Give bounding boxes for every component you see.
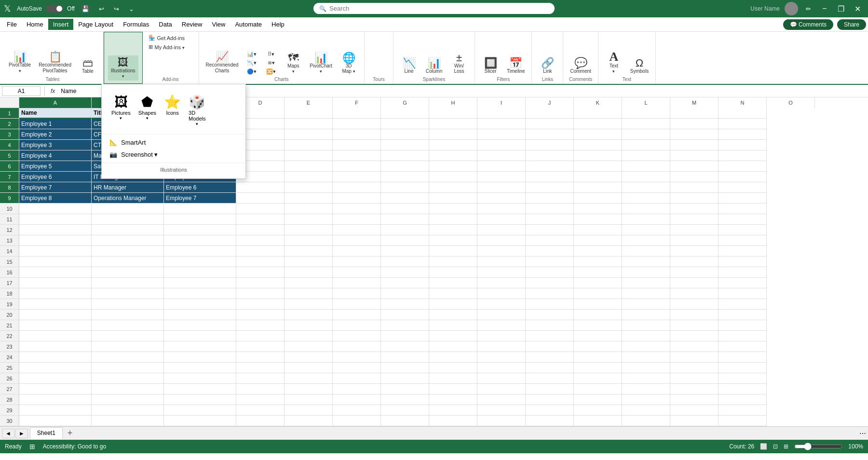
cell-29-F[interactable] (333, 405, 381, 416)
cell-25-B[interactable] (92, 363, 164, 373)
pie-chart-button[interactable]: 🔵▾ (243, 68, 260, 76)
cell-22-M[interactable] (670, 331, 719, 341)
cell-15-M[interactable] (670, 257, 719, 267)
cell-18-G[interactable] (381, 288, 429, 299)
cell-20-A[interactable] (19, 310, 92, 320)
row-header-23[interactable]: 23 (0, 341, 19, 352)
cell-29-A[interactable] (19, 405, 92, 416)
cell-24-C[interactable] (164, 352, 236, 363)
comments-button[interactable]: 💬 User NameComments (783, 19, 833, 30)
row-header-20[interactable]: 20 (0, 310, 19, 320)
menu-formulas[interactable]: Formulas (118, 19, 154, 30)
cell-14-L[interactable] (622, 246, 670, 257)
cell-18-E[interactable] (285, 288, 333, 299)
cell-23-D[interactable] (236, 341, 285, 352)
save-button[interactable]: 💾 (79, 3, 92, 14)
cell-27-A[interactable] (19, 384, 92, 394)
cell-10-B[interactable] (92, 203, 164, 214)
menu-automate[interactable]: Automate (230, 19, 267, 30)
cell-8-H[interactable] (429, 182, 477, 193)
cell-7-A[interactable]: Employee 6 (19, 172, 92, 182)
3d-models-item[interactable]: 🎲 3DModels ▾ (187, 92, 207, 128)
recommended-charts-button[interactable]: 📈 RecommendedCharts (203, 50, 242, 76)
cell-21-G[interactable] (381, 320, 429, 331)
cell-16-I[interactable] (477, 267, 526, 278)
cell-21-A[interactable] (19, 320, 92, 331)
cell-27-H[interactable] (429, 384, 477, 394)
cell-13-B[interactable] (92, 235, 164, 246)
cell-4-A[interactable]: Employee 3 (19, 140, 92, 150)
cell-16-N[interactable] (719, 267, 767, 278)
cell-10-J[interactable] (526, 203, 574, 214)
recommended-pivot-button[interactable]: 📋 RecommendedPivotTables (36, 50, 74, 76)
comment-ribbon-button[interactable]: 💬 Comment (567, 56, 594, 76)
row-header-7[interactable]: 7 (0, 172, 19, 182)
cell-26-N[interactable] (719, 373, 767, 384)
cell-13-M[interactable] (670, 235, 719, 246)
cell-11-F[interactable] (333, 214, 381, 225)
cell-2-K[interactable] (574, 119, 622, 129)
cell-7-F[interactable] (333, 172, 381, 182)
cell-19-E[interactable] (285, 299, 333, 310)
cell-1-K[interactable] (574, 108, 622, 119)
cell-15-D[interactable] (236, 257, 285, 267)
cell-17-K[interactable] (574, 278, 622, 288)
cell-13-L[interactable] (622, 235, 670, 246)
cell-22-A[interactable] (19, 331, 92, 341)
cell-5-E[interactable] (285, 150, 333, 161)
sheet-tab-sheet1[interactable]: Sheet1 (30, 427, 63, 439)
cell-24-H[interactable] (429, 352, 477, 363)
cell-21-C[interactable] (164, 320, 236, 331)
column-sparkline-button[interactable]: 📊 Column (422, 56, 446, 76)
cell-9-C[interactable]: Employee 7 (164, 193, 236, 203)
sheet-options-button[interactable]: ⋯ (859, 430, 866, 437)
cell-28-B[interactable] (92, 394, 164, 405)
cell-4-M[interactable] (670, 140, 719, 150)
autosave-toggle[interactable] (46, 5, 63, 13)
cell-8-L[interactable] (622, 182, 670, 193)
cell-12-M[interactable] (670, 225, 719, 235)
cell-27-F[interactable] (333, 384, 381, 394)
row-header-8[interactable]: 8 (0, 182, 19, 193)
cell-13-E[interactable] (285, 235, 333, 246)
waterfall-chart-button[interactable]: ≋▾ (262, 59, 280, 67)
cell-25-C[interactable] (164, 363, 236, 373)
cell-11-H[interactable] (429, 214, 477, 225)
cell-24-G[interactable] (381, 352, 429, 363)
cell-21-D[interactable] (236, 320, 285, 331)
cell-9-J[interactable] (526, 193, 574, 203)
row-header-17[interactable]: 17 (0, 278, 19, 288)
cell-17-D[interactable] (236, 278, 285, 288)
cell-22-G[interactable] (381, 331, 429, 341)
cell-7-I[interactable] (477, 172, 526, 182)
cell-17-F[interactable] (333, 278, 381, 288)
cell-9-D[interactable] (236, 193, 285, 203)
cell-5-J[interactable] (526, 150, 574, 161)
row-header-22[interactable]: 22 (0, 331, 19, 341)
cell-23-I[interactable] (477, 341, 526, 352)
cell-21-E[interactable] (285, 320, 333, 331)
cell-20-G[interactable] (381, 310, 429, 320)
line-sparkline-button[interactable]: 📉 Line (397, 56, 420, 76)
cell-23-C[interactable] (164, 341, 236, 352)
cell-24-N[interactable] (719, 352, 767, 363)
cell-10-L[interactable] (622, 203, 670, 214)
redo-button[interactable]: ↪ (111, 3, 122, 14)
menu-help[interactable]: Help (267, 19, 289, 30)
cell-25-I[interactable] (477, 363, 526, 373)
cell-12-A[interactable] (19, 225, 92, 235)
cell-25-L[interactable] (622, 363, 670, 373)
cell-13-C[interactable] (164, 235, 236, 246)
cell-30-L[interactable] (622, 416, 670, 426)
cell-30-N[interactable] (719, 416, 767, 426)
cell-23-K[interactable] (574, 341, 622, 352)
cell-6-J[interactable] (526, 161, 574, 172)
cell-21-K[interactable] (574, 320, 622, 331)
cell-18-K[interactable] (574, 288, 622, 299)
cell-19-J[interactable] (526, 299, 574, 310)
cell-26-L[interactable] (622, 373, 670, 384)
cell-18-A[interactable] (19, 288, 92, 299)
cell-19-A[interactable] (19, 299, 92, 310)
cell-27-J[interactable] (526, 384, 574, 394)
cell-6-N[interactable] (719, 161, 767, 172)
